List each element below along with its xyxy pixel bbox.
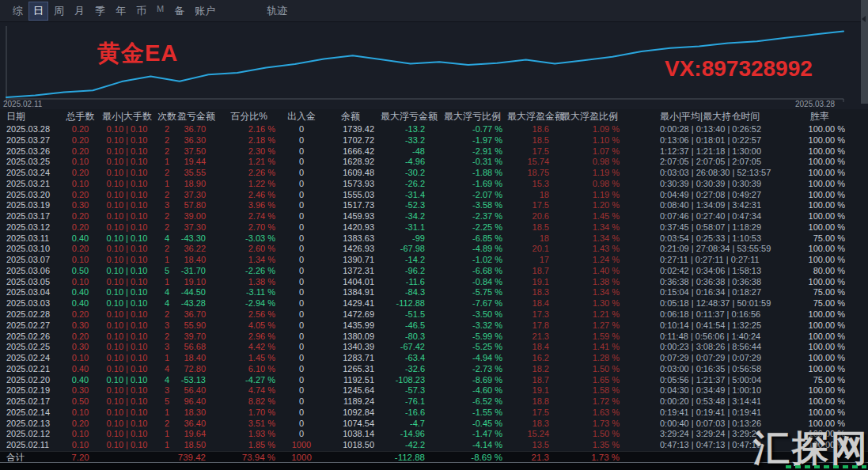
cell-fp_pct: 1.73 % xyxy=(555,419,624,430)
cell-inout: 0 xyxy=(282,364,320,375)
table-row[interactable]: 2025.03.050.100.10 | 0.10119.101.38 %014… xyxy=(0,277,868,288)
cell-date: 2025.02.13 xyxy=(0,419,63,430)
table-row[interactable]: 2025.03.250.100.10 | 0.10119.441.21 %016… xyxy=(0,157,868,168)
column-header[interactable]: 次数 xyxy=(157,110,177,123)
table-row[interactable]: 2025.03.280.200.10 | 0.10236.702.16 %017… xyxy=(0,124,868,135)
cell-date: 2025.03.19 xyxy=(0,200,63,211)
table-row[interactable]: 2025.03.070.100.10 | 0.10118.401.34 %013… xyxy=(0,255,868,266)
cell-lots: 0.10 xyxy=(63,440,97,451)
cell-date: 2025.03.27 xyxy=(0,135,63,146)
table-row[interactable]: 2025.02.130.200.10 | 0.10236.403.51 %010… xyxy=(0,419,868,430)
cell-dd_pct: -0.77 % xyxy=(438,124,507,135)
column-header[interactable]: 出入金 xyxy=(282,110,320,123)
column-header[interactable]: 日期 xyxy=(0,110,63,123)
table-row[interactable]: 2025.02.140.100.10 | 0.10118.301.70 %010… xyxy=(0,407,868,419)
cell-count: 2 xyxy=(157,190,177,201)
vertical-scrollbar[interactable] xyxy=(861,0,868,104)
cell-fp: 20.1 xyxy=(507,244,555,255)
cell-fp: 15.74 xyxy=(507,157,555,168)
menu-tab-账户[interactable]: 账户 xyxy=(190,2,220,21)
total-row[interactable]: 合计7.20739.4273.94 %1000-112.88-8.69 %21.… xyxy=(0,451,868,463)
table-row[interactable]: 2025.02.260.200.10 | 0.10239.702.96 %013… xyxy=(0,332,868,343)
table-row[interactable]: 2025.02.120.100.10 | 0.10119.641.93 %010… xyxy=(0,429,868,440)
menu-tab-综[interactable]: 综 xyxy=(8,2,28,21)
menu-tab-备[interactable]: 备 xyxy=(169,2,189,21)
menu-tab-日[interactable]: 日 xyxy=(28,2,48,21)
cell-inout: 1000 xyxy=(282,440,320,451)
table-row[interactable]: 2025.03.030.400.10 | 0.104-43.28-2.94 %0… xyxy=(0,298,868,309)
cell-pl: 37.50 xyxy=(177,146,215,157)
table-row[interactable]: 2025.02.210.400.10 | 0.10472.806.10 %012… xyxy=(0,364,868,375)
menu-tab-周[interactable]: 周 xyxy=(49,2,69,21)
cell-minmax: 0.10 | 0.10 xyxy=(97,287,157,298)
cell-hold: 0:03:00 | 0:16:35 | 0:56:58 xyxy=(624,364,779,375)
table-row[interactable]: 2025.03.270.200.10 | 0.10236.302.18 %017… xyxy=(0,135,868,146)
cell-pct: 2.26 % xyxy=(215,168,282,179)
column-header[interactable]: 总手数 xyxy=(63,110,97,123)
cell-lots: 0.10 xyxy=(63,429,97,440)
cell-inout: 0 xyxy=(282,255,320,266)
menu-tab-年[interactable]: 年 xyxy=(111,2,131,21)
cell-fp: 18.5 xyxy=(507,135,555,146)
cell-count: 4 xyxy=(157,233,177,244)
cell-fp: 20.6 xyxy=(507,211,555,222)
cell-fp_pct: 1.72 % xyxy=(555,396,624,407)
column-header[interactable]: 最大浮亏比例 xyxy=(438,110,507,123)
cell-lots: 0.20 xyxy=(63,190,97,201)
table-row[interactable]: 2025.03.260.200.10 | 0.10237.502.30 %016… xyxy=(0,146,868,157)
cell-count: 4 xyxy=(157,375,177,386)
cell-hold: 0:11:48 | 0:56:06 | 1:40:24 xyxy=(624,332,779,343)
cell-fp_pct: 1.35 % xyxy=(555,440,624,451)
table-row[interactable]: 2025.02.280.200.10 | 0.10236.702.56 %014… xyxy=(0,309,868,320)
column-header[interactable]: 盈亏金额 xyxy=(177,110,215,123)
table-row[interactable]: 2025.02.240.100.10 | 0.10118.401.45 %012… xyxy=(0,353,868,364)
column-header[interactable]: 最小|大手数 xyxy=(97,110,157,123)
table-row[interactable]: 2025.03.040.400.10 | 0.104-44.50-3.11 %0… xyxy=(0,287,868,298)
menu-tab-trajectory[interactable]: 轨迹 xyxy=(262,2,292,21)
cell-count: 2 xyxy=(157,146,177,157)
table-row[interactable]: 2025.02.250.300.10 | 0.10356.684.42 %013… xyxy=(0,342,868,353)
cell-date: 2025.03.21 xyxy=(0,179,63,190)
cell-pct: 2.56 % xyxy=(215,309,282,320)
cell-count: 2 xyxy=(157,222,177,233)
table-row[interactable]: 2025.03.110.400.10 | 0.104-43.30-3.03 %0… xyxy=(0,233,868,244)
menu-tab-币[interactable]: 币 xyxy=(131,2,151,21)
table-row[interactable]: 2025.03.060.500.10 | 0.105-31.70-2.26 %0… xyxy=(0,266,868,277)
table-row[interactable]: 2025.03.190.300.10 | 0.10357.803.96 %015… xyxy=(0,200,868,211)
cell-balance: 1189.24 xyxy=(320,396,381,407)
table-row[interactable]: 2025.03.100.200.10 | 0.10236.222.60 %014… xyxy=(0,244,868,255)
table-row[interactable]: 2025.03.200.200.10 | 0.10237.302.46 %015… xyxy=(0,190,868,201)
table-row[interactable]: 2025.03.240.200.10 | 0.10235.552.26 %016… xyxy=(0,168,868,179)
menu-tab-M[interactable]: M xyxy=(152,2,169,21)
cell-win: 100.00 % xyxy=(779,135,860,146)
table-row[interactable]: 2025.02.270.300.10 | 0.10355.904.05 %014… xyxy=(0,320,868,332)
table-row[interactable]: 2025.03.210.100.10 | 0.10118.901.22 %015… xyxy=(0,179,868,190)
cell-pct: 4.05 % xyxy=(215,320,282,332)
column-header[interactable]: 最小|平均|最大持仓时间 xyxy=(624,110,779,123)
column-header[interactable]: 最大浮盈金额 xyxy=(507,110,555,123)
cell-dd_pct: -5.25 % xyxy=(438,342,507,353)
cell-dd: -112.88 xyxy=(381,452,438,464)
cell-win: 100.00 % xyxy=(779,179,860,190)
column-header[interactable]: 余额 xyxy=(320,110,381,123)
cell-fp_pct: 1.24 % xyxy=(555,255,624,266)
table-row[interactable]: 2025.03.120.200.10 | 0.10237.302.70 %014… xyxy=(0,222,868,233)
cell-minmax: 0.10 | 0.10 xyxy=(97,419,157,430)
column-header[interactable]: 最大浮盈比例 xyxy=(555,110,624,123)
menu-tab-月[interactable]: 月 xyxy=(70,2,89,21)
cell-dd_pct: -8.69 % xyxy=(438,375,507,386)
column-header[interactable]: 百分比% xyxy=(215,110,282,123)
cell-pl: 36.70 xyxy=(177,124,215,135)
column-header[interactable]: 最大浮亏金额 xyxy=(381,110,438,123)
table-row[interactable]: 2025.02.170.500.10 | 0.10596.408.82 %011… xyxy=(0,396,868,407)
cell-fp_pct: 1.41 % xyxy=(555,342,624,353)
table-row[interactable]: 2025.02.200.400.10 | 0.104-53.13-4.27 %0… xyxy=(0,375,868,386)
table-row[interactable]: 2025.02.110.100.10 | 0.10118.501.85 %100… xyxy=(0,440,868,451)
cell-minmax: 0.10 | 0.10 xyxy=(97,364,157,375)
cell-pl: 36.22 xyxy=(177,244,215,255)
table-row[interactable]: 2025.03.170.200.10 | 0.10239.002.74 %014… xyxy=(0,211,868,222)
column-header[interactable]: 胜率 xyxy=(779,110,860,123)
menu-tab-季[interactable]: 季 xyxy=(90,2,110,21)
cell-pl: 72.80 xyxy=(177,364,215,375)
table-row[interactable]: 2025.02.190.300.10 | 0.10356.404.74 %012… xyxy=(0,385,868,396)
